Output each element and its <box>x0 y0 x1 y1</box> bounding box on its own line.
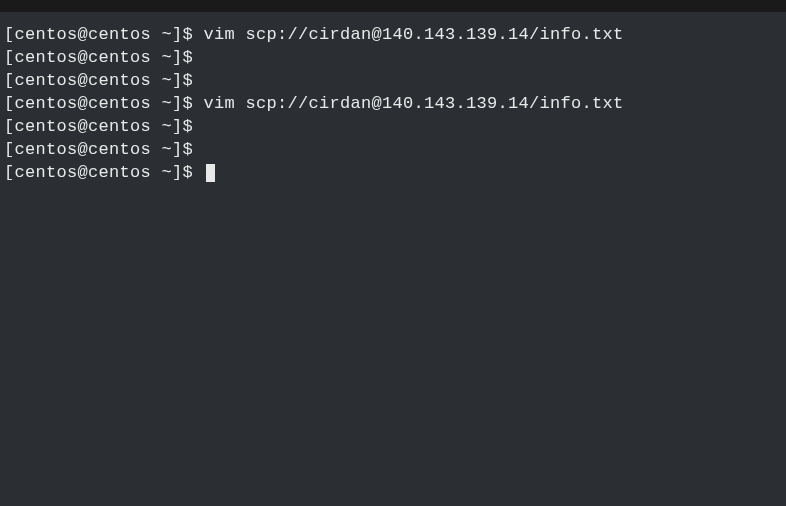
shell-prompt: [centos@centos ~]$ <box>4 48 193 67</box>
window-titlebar <box>0 0 786 12</box>
terminal-line: [centos@centos ~]$ <box>4 162 782 185</box>
terminal-line: [centos@centos ~]$ <box>4 116 782 139</box>
shell-prompt: [centos@centos ~]$ <box>4 117 193 136</box>
terminal-output[interactable]: [centos@centos ~]$ vim scp://cirdan@140.… <box>0 12 786 189</box>
command-text: vim scp://cirdan@140.143.139.14/info.txt <box>193 25 624 44</box>
shell-prompt: [centos@centos ~]$ <box>4 140 193 159</box>
terminal-line: [centos@centos ~]$ vim scp://cirdan@140.… <box>4 93 782 116</box>
terminal-line: [centos@centos ~]$ <box>4 47 782 70</box>
terminal-line: [centos@centos ~]$ <box>4 139 782 162</box>
shell-prompt: [centos@centos ~]$ <box>4 71 193 90</box>
shell-prompt: [centos@centos ~]$ <box>4 25 193 44</box>
cursor <box>206 164 215 182</box>
shell-prompt: [centos@centos ~]$ <box>4 94 193 113</box>
terminal-line: [centos@centos ~]$ <box>4 70 782 93</box>
command-text: vim scp://cirdan@140.143.139.14/info.txt <box>193 94 624 113</box>
terminal-line: [centos@centos ~]$ vim scp://cirdan@140.… <box>4 24 782 47</box>
command-text <box>193 163 204 182</box>
shell-prompt: [centos@centos ~]$ <box>4 163 193 182</box>
